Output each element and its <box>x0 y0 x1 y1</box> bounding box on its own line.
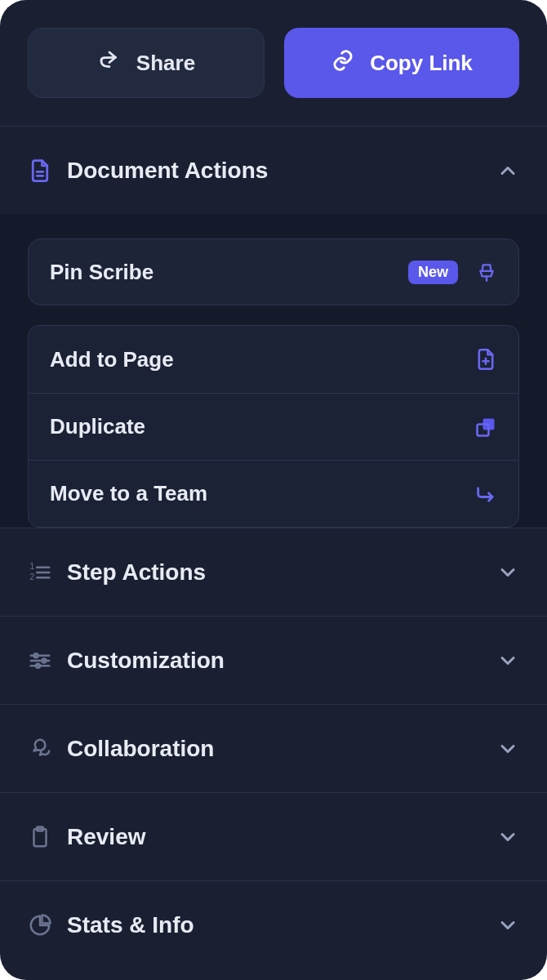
new-badge: New <box>408 261 458 284</box>
actions-panel: Share Copy Link Document Actions <box>0 0 547 980</box>
section-body-document-actions: Pin Scribe New Add to Page <box>0 214 547 528</box>
pin-scribe-item[interactable]: Pin Scribe New <box>28 238 519 305</box>
chevron-down-icon <box>496 561 519 584</box>
section-header-customization[interactable]: Customization <box>0 616 547 704</box>
section-label: Document Actions <box>67 158 496 184</box>
section-header-collaboration[interactable]: Collaboration <box>0 704 547 792</box>
sliders-icon <box>28 648 52 673</box>
duplicate-icon <box>474 416 497 439</box>
topbar: Share Copy Link <box>0 0 547 126</box>
ordered-list-icon: 1 2 <box>28 560 52 585</box>
duplicate-item[interactable]: Duplicate <box>29 393 518 460</box>
section-header-review[interactable]: Review <box>0 792 547 880</box>
section-label: Step Actions <box>67 559 496 586</box>
svg-text:1: 1 <box>30 562 35 571</box>
copy-link-button[interactable]: Copy Link <box>284 28 519 98</box>
section-header-step-actions[interactable]: 1 2 Step Actions <box>0 528 547 616</box>
section-header-document-actions[interactable]: Document Actions <box>0 126 547 214</box>
share-button[interactable]: Share <box>28 28 265 98</box>
copy-link-button-label: Copy Link <box>370 51 473 76</box>
clipboard-icon <box>28 825 52 849</box>
pie-chart-icon <box>28 913 52 938</box>
file-plus-icon <box>474 348 497 371</box>
chat-icon <box>28 737 52 761</box>
section-label: Stats & Info <box>67 912 496 938</box>
chevron-down-icon <box>496 649 519 672</box>
svg-text:2: 2 <box>30 572 35 581</box>
add-to-page-item[interactable]: Add to Page <box>29 326 518 393</box>
document-actions-list: Add to Page Duplicate <box>28 325 519 528</box>
pin-scribe-label: Pin Scribe <box>50 260 408 285</box>
section-label: Collaboration <box>67 736 496 762</box>
move-to-team-item[interactable]: Move to a Team <box>29 460 518 527</box>
share-button-label: Share <box>136 51 195 76</box>
chevron-up-icon <box>496 159 519 182</box>
chevron-down-icon <box>496 826 519 849</box>
share-icon <box>97 48 122 78</box>
item-label: Move to a Team <box>50 481 474 506</box>
move-arrow-icon <box>474 483 497 506</box>
chevron-down-icon <box>496 914 519 937</box>
item-label: Add to Page <box>50 347 474 372</box>
item-label: Duplicate <box>50 414 474 439</box>
link-icon <box>331 48 355 78</box>
section-label: Customization <box>67 648 496 674</box>
document-icon <box>28 158 52 183</box>
section-header-stats-info[interactable]: Stats & Info <box>0 880 547 969</box>
pin-icon <box>476 261 497 283</box>
chevron-down-icon <box>496 737 519 760</box>
section-label: Review <box>67 824 496 850</box>
